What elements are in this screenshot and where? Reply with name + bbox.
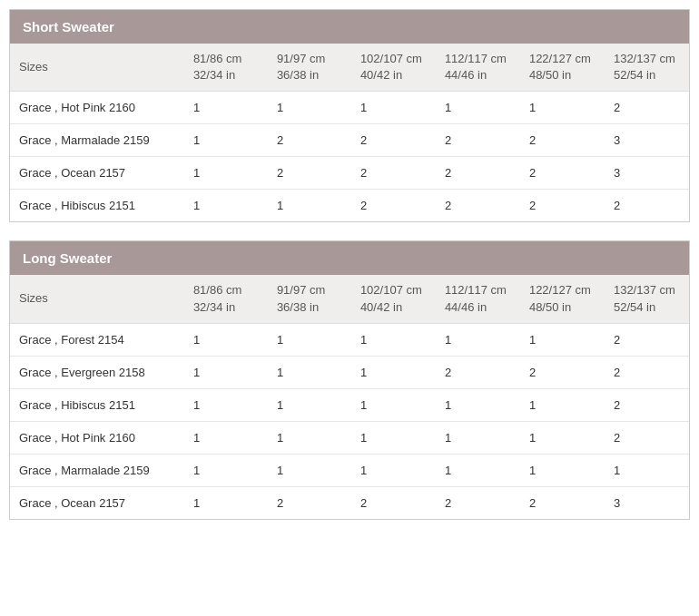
table-cell-s5: 1: [520, 323, 605, 356]
table-cell-s1: 1: [184, 421, 268, 454]
table-cell-s4: 1: [436, 454, 520, 486]
table-cell-s5: 1: [520, 388, 605, 421]
long-sweater-table: Sizes 81/86 cm 32/34 in 91/97 cm 36/38 i…: [10, 275, 689, 518]
table-cell-s4: 2: [436, 124, 520, 157]
table-row: Grace , Marmalade 2159111111: [10, 454, 689, 486]
table-cell-s5: 2: [520, 157, 605, 190]
table-cell-s2: 1: [268, 323, 351, 356]
table-cell-s2: 1: [268, 388, 351, 421]
table-cell-label: Grace , Hot Pink 2160: [10, 92, 184, 124]
table-cell-s6: 2: [605, 190, 689, 222]
short-sweater-header-row: Sizes 81/86 cm 32/34 in 91/97 cm 36/38 i…: [10, 44, 689, 92]
table-cell-s6: 2: [605, 356, 689, 388]
table-cell-s2: 2: [268, 157, 351, 190]
table-cell-label: Grace , Evergreen 2158: [10, 356, 184, 388]
table-cell-s2: 2: [268, 124, 351, 157]
table-cell-s1: 1: [184, 454, 268, 486]
short-sweater-table: Sizes 81/86 cm 32/34 in 91/97 cm 36/38 i…: [10, 44, 689, 221]
col-s5-long: 122/127 cm 48/50 in: [520, 275, 605, 323]
table-cell-s4: 2: [436, 157, 520, 190]
table-cell-s5: 1: [520, 92, 605, 124]
table-cell-s6: 2: [605, 421, 689, 454]
table-row: Grace , Hot Pink 2160111112: [10, 92, 689, 124]
table-cell-s6: 2: [605, 92, 689, 124]
table-cell-s3: 1: [351, 421, 436, 454]
table-cell-s1: 1: [184, 124, 268, 157]
table-cell-s4: 1: [436, 323, 520, 356]
table-cell-s3: 2: [351, 190, 436, 222]
table-cell-label: Grace , Hot Pink 2160: [10, 421, 184, 454]
table-row: Grace , Hibiscus 2151111112: [10, 388, 689, 421]
table-cell-s3: 1: [351, 388, 436, 421]
table-cell-s2: 1: [268, 454, 351, 486]
table-cell-s3: 1: [351, 356, 436, 388]
col-s3-short: 102/107 cm 40/42 in: [351, 44, 436, 92]
table-cell-label: Grace , Hibiscus 2151: [10, 388, 184, 421]
table-cell-label: Grace , Hibiscus 2151: [10, 190, 184, 222]
col-label-short: Sizes: [10, 44, 184, 92]
table-cell-label: Grace , Ocean 2157: [10, 157, 184, 190]
table-cell-s4: 1: [436, 421, 520, 454]
table-cell-label: Grace , Forest 2154: [10, 323, 184, 356]
table-cell-s5: 2: [520, 124, 605, 157]
table-cell-s2: 1: [268, 421, 351, 454]
table-cell-s2: 1: [268, 92, 351, 124]
table-cell-s5: 2: [520, 486, 605, 519]
table-cell-s3: 1: [351, 323, 436, 356]
col-s4-long: 112/117 cm 44/46 in: [436, 275, 520, 323]
col-s2-short: 91/97 cm 36/38 in: [268, 44, 351, 92]
table-row: Grace , Evergreen 2158111222: [10, 356, 689, 388]
table-cell-label: Grace , Marmalade 2159: [10, 454, 184, 486]
table-cell-s5: 1: [520, 454, 605, 486]
table-cell-s1: 1: [184, 323, 268, 356]
table-cell-s6: 3: [605, 157, 689, 190]
table-cell-s6: 2: [605, 388, 689, 421]
table-row: Grace , Forest 2154111112: [10, 323, 689, 356]
table-cell-s1: 1: [184, 157, 268, 190]
table-cell-s3: 2: [351, 157, 436, 190]
table-cell-s4: 1: [436, 388, 520, 421]
table-row: Grace , Ocean 2157122223: [10, 486, 689, 519]
table-cell-s3: 1: [351, 454, 436, 486]
table-row: Grace , Hibiscus 2151112222: [10, 190, 689, 222]
table-cell-s5: 2: [520, 356, 605, 388]
table-row: Grace , Ocean 2157122223: [10, 157, 689, 190]
col-label-long: Sizes: [10, 275, 184, 323]
short-sweater-section: Short Sweater Sizes 81/86 cm 32/34 in 91…: [9, 9, 690, 222]
table-row: Grace , Hot Pink 2160111112: [10, 421, 689, 454]
table-cell-s6: 3: [605, 124, 689, 157]
table-cell-s3: 1: [351, 92, 436, 124]
table-cell-s6: 1: [605, 454, 689, 486]
table-cell-s4: 2: [436, 486, 520, 519]
table-cell-s1: 1: [184, 92, 268, 124]
table-cell-s5: 2: [520, 190, 605, 222]
col-s4-short: 112/117 cm 44/46 in: [436, 44, 520, 92]
table-cell-s4: 2: [436, 190, 520, 222]
col-s5-short: 122/127 cm 48/50 in: [520, 44, 605, 92]
table-cell-s3: 2: [351, 486, 436, 519]
col-s3-long: 102/107 cm 40/42 in: [351, 275, 436, 323]
col-s6-short: 132/137 cm 52/54 in: [605, 44, 689, 92]
short-sweater-header: Short Sweater: [10, 10, 689, 44]
table-cell-s2: 1: [268, 356, 351, 388]
table-cell-s3: 2: [351, 124, 436, 157]
table-cell-label: Grace , Marmalade 2159: [10, 124, 184, 157]
table-cell-s1: 1: [184, 190, 268, 222]
table-cell-s6: 2: [605, 323, 689, 356]
table-cell-s1: 1: [184, 356, 268, 388]
col-s2-long: 91/97 cm 36/38 in: [268, 275, 351, 323]
col-s1-long: 81/86 cm 32/34 in: [184, 275, 268, 323]
col-s1-short: 81/86 cm 32/34 in: [184, 44, 268, 92]
table-cell-s5: 1: [520, 421, 605, 454]
table-cell-s4: 2: [436, 356, 520, 388]
table-cell-s2: 2: [268, 486, 351, 519]
long-sweater-header-row: Sizes 81/86 cm 32/34 in 91/97 cm 36/38 i…: [10, 275, 689, 323]
table-cell-s2: 1: [268, 190, 351, 222]
long-sweater-header: Long Sweater: [10, 241, 689, 275]
table-row: Grace , Marmalade 2159122223: [10, 124, 689, 157]
col-s6-long: 132/137 cm 52/54 in: [605, 275, 689, 323]
table-cell-s4: 1: [436, 92, 520, 124]
table-cell-s6: 3: [605, 486, 689, 519]
table-cell-s1: 1: [184, 486, 268, 519]
long-sweater-section: Long Sweater Sizes 81/86 cm 32/34 in 91/…: [9, 240, 690, 519]
